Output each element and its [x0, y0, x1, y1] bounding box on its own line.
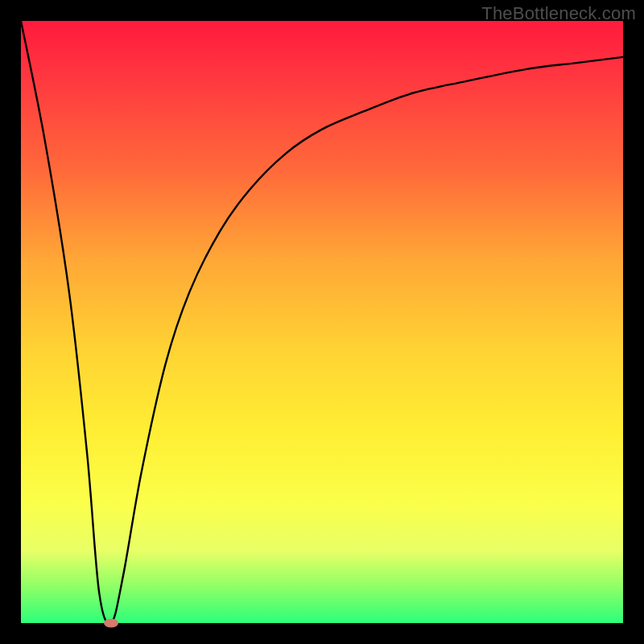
- bottleneck-curve: [21, 21, 623, 623]
- chart-plot-area: [21, 21, 623, 623]
- optimal-point-marker: [104, 619, 118, 628]
- chart-frame: TheBottleneck.com: [0, 0, 644, 644]
- watermark-text: TheBottleneck.com: [481, 3, 636, 24]
